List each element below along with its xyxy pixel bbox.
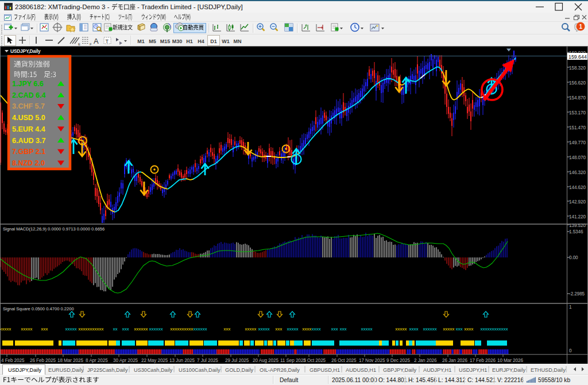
svg-text:-2.2985: -2.2985 — [569, 291, 585, 297]
svg-text:153.170: 153.170 — [569, 110, 586, 116]
svg-text:148.070: 148.070 — [569, 155, 586, 160]
svg-text:Signal Square 0.0500 0.4700 0.: Signal Square 0.0500 0.4700 0.2200 — [3, 306, 74, 311]
svg-text:10 Mar 2026: 10 Mar 2026 — [497, 358, 523, 363]
svg-text:4 Feb 2025: 4 Feb 2025 — [1, 358, 25, 363]
svg-text:2.CAD 6.4: 2.CAD 6.4 — [12, 91, 45, 99]
svg-text:3 Oct 2025: 3 Oct 2025 — [303, 358, 326, 363]
svg-text:USDJPY,Daily: USDJPY,Daily — [10, 48, 41, 54]
svg-text:8 Apr 2025: 8 Apr 2025 — [86, 358, 108, 363]
svg-text:0: 0 — [569, 348, 572, 353]
svg-text:20 Aug 2025: 20 Aug 2025 — [253, 358, 278, 363]
svg-text:8.NZD 2.0: 8.NZD 2.0 — [12, 159, 45, 167]
svg-text:146.320: 146.320 — [569, 170, 586, 175]
svg-text:22 May 2025: 22 May 2025 — [141, 358, 168, 363]
svg-text:139.520: 139.520 — [569, 223, 586, 228]
svg-text:7.GBP 2.1: 7.GBP 2.1 — [12, 148, 45, 156]
svg-text:1.JPY 6.6: 1.JPY 6.6 — [12, 80, 44, 88]
svg-text:17 Nov 2025: 17 Nov 2025 — [359, 358, 385, 363]
svg-text:1.5346: 1.5346 — [569, 229, 583, 234]
svg-text:5.EUR 4.4: 5.EUR 4.4 — [12, 125, 45, 133]
svg-text:7 Jul 2025: 7 Jul 2025 — [197, 358, 218, 363]
svg-text:142.920: 142.920 — [569, 199, 586, 205]
svg-text:6.AUD 3.7: 6.AUD 3.7 — [12, 137, 45, 145]
svg-text:2 Jan 2026: 2 Jan 2026 — [414, 358, 437, 363]
svg-text:11 Sep 2025: 11 Sep 2025 — [280, 358, 306, 363]
svg-text:26 Oct 2025: 26 Oct 2025 — [331, 358, 357, 363]
svg-text:4.USD 5.0: 4.USD 5.0 — [12, 114, 45, 122]
svg-text:26 Feb 2025: 26 Feb 2025 — [30, 358, 56, 363]
svg-text:158.320: 158.320 — [569, 66, 586, 71]
svg-text:30 Apr 2025: 30 Apr 2025 — [113, 358, 138, 363]
svg-text:1: 1 — [569, 305, 572, 310]
svg-text:159.644: 159.644 — [568, 54, 587, 60]
svg-text:26 Jan 2026: 26 Jan 2026 — [442, 358, 468, 363]
svg-text:29 Jul 2025: 29 Jul 2025 — [225, 358, 249, 363]
svg-text:149.770: 149.770 — [569, 140, 586, 145]
svg-text:151.470: 151.470 — [569, 125, 586, 130]
svg-text:3.CHF 5.7: 3.CHF 5.7 — [12, 102, 45, 110]
svg-text:154.870: 154.870 — [569, 95, 586, 101]
svg-text:156.620: 156.620 — [569, 80, 586, 86]
svg-text:Signal MACD(12,26,9) 0.0000 0.: Signal MACD(12,26,9) 0.0000 0.9713 0.000… — [3, 226, 105, 232]
svg-text:141.220: 141.220 — [569, 214, 586, 220]
svg-text:9 Dec 2025: 9 Dec 2025 — [386, 358, 410, 363]
svg-text:144.620: 144.620 — [569, 185, 586, 190]
svg-text:13 Jun 2025: 13 Jun 2025 — [169, 358, 195, 363]
svg-text:17 Feb 2026: 17 Feb 2026 — [470, 358, 496, 363]
svg-text:0.00: 0.00 — [569, 255, 578, 260]
svg-text:18 Mar 2025: 18 Mar 2025 — [57, 358, 83, 363]
